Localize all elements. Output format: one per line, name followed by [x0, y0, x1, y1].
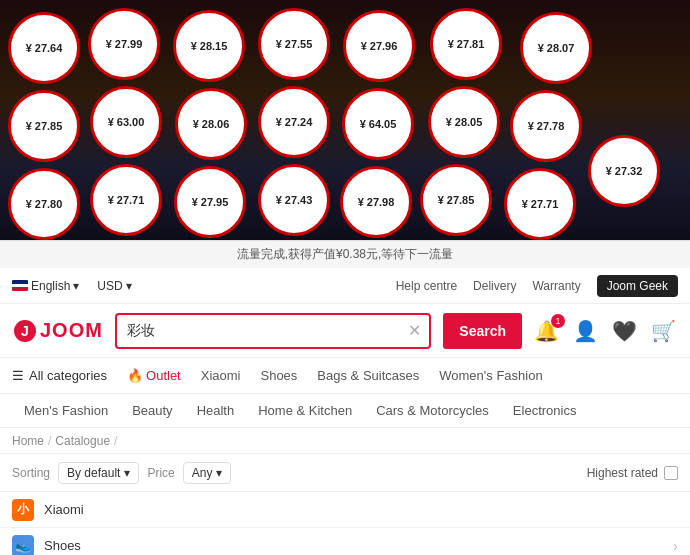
- price-circle: ¥ 28.07: [520, 12, 592, 84]
- shoes-name: Shoes: [44, 538, 673, 553]
- price-chevron: ▾: [216, 466, 222, 480]
- search-bar: J JOOM ✕ Search 🔔 1 👤 🖤 🛒: [0, 304, 690, 358]
- xiaomi-name: Xiaomi: [44, 502, 678, 517]
- price-circle: ¥ 28.06: [175, 88, 247, 160]
- category-bags-suitcases[interactable]: Bags & Suitcases: [307, 368, 429, 383]
- outlet-fire-icon: 🔥: [127, 368, 143, 383]
- price-circle: ¥ 28.15: [173, 10, 245, 82]
- filter-bar: Sorting By default ▾ Price Any ▾ Highest…: [0, 454, 690, 492]
- category-xiaomi[interactable]: Xiaomi: [191, 368, 251, 383]
- all-categories-button[interactable]: ☰ All categories: [12, 368, 117, 383]
- price-value: Any: [192, 466, 213, 480]
- breadcrumb-sep-2: /: [114, 434, 117, 448]
- price-circles-section: ¥ 27.64¥ 27.99¥ 28.15¥ 27.55¥ 27.96¥ 27.…: [0, 0, 690, 240]
- price-label: Price: [147, 466, 174, 480]
- shoes-logo: 👟: [12, 535, 34, 556]
- price-circle: ¥ 27.85: [8, 90, 80, 162]
- logo-icon: J: [14, 320, 36, 342]
- price-dropdown[interactable]: Any ▾: [183, 462, 232, 484]
- shoes-logo-icon: 👟: [15, 538, 31, 553]
- hamburger-icon: ☰: [12, 368, 24, 383]
- search-clear-button[interactable]: ✕: [400, 321, 429, 340]
- breadcrumb-sep-1: /: [48, 434, 51, 448]
- sorting-chevron: ▾: [124, 466, 130, 480]
- joom-geek-button[interactable]: Joom Geek: [597, 275, 678, 297]
- search-input-wrapper: ✕: [115, 313, 431, 349]
- price-circle: ¥ 64.05: [342, 88, 414, 160]
- price-circle: ¥ 27.64: [8, 12, 80, 84]
- notification-badge: 1: [551, 314, 565, 328]
- header-icons: 🔔 1 👤 🖤 🛒: [534, 319, 676, 343]
- warranty-link[interactable]: Warranty: [532, 279, 580, 293]
- logo[interactable]: J JOOM: [14, 319, 103, 342]
- price-circle: ¥ 27.80: [8, 168, 80, 240]
- subcat-cars-motorcycles[interactable]: Cars & Motorcycles: [364, 403, 501, 418]
- sorting-label: Sorting: [12, 466, 50, 480]
- highest-rated-checkbox[interactable]: [664, 466, 678, 480]
- categories-bar: ☰ All categories 🔥 Outlet Xiaomi Shoes B…: [0, 358, 690, 394]
- flag-icon: [12, 280, 28, 291]
- highest-rated-section: Highest rated: [587, 466, 678, 480]
- currency-selector[interactable]: USD ▾: [97, 279, 131, 293]
- subcat-home-kitchen[interactable]: Home & Kitchen: [246, 403, 364, 418]
- price-circle: ¥ 28.05: [428, 86, 500, 158]
- category-shoes[interactable]: Shoes: [250, 368, 307, 383]
- sidebar-item-xiaomi[interactable]: 小 Xiaomi: [0, 492, 690, 528]
- language-label: English: [31, 279, 70, 293]
- subcat-beauty[interactable]: Beauty: [120, 403, 184, 418]
- price-circle: ¥ 27.98: [340, 166, 412, 238]
- xiaomi-logo: 小: [12, 499, 34, 521]
- sub-categories-bar: Men's Fashion Beauty Health Home & Kitch…: [0, 394, 690, 428]
- breadcrumb-home[interactable]: Home: [12, 434, 44, 448]
- subcat-mens-fashion[interactable]: Men's Fashion: [12, 403, 120, 418]
- all-categories-label: All categories: [29, 368, 107, 383]
- lang-chevron: ▾: [73, 279, 79, 293]
- sidebar-list: 小 Xiaomi 👟 Shoes ›: [0, 492, 690, 555]
- favorites-button[interactable]: 🖤: [612, 319, 637, 343]
- sorting-dropdown[interactable]: By default ▾: [58, 462, 139, 484]
- sorting-value: By default: [67, 466, 120, 480]
- help-centre-link[interactable]: Help centre: [396, 279, 457, 293]
- logo-text: JOOM: [40, 319, 103, 342]
- banner-text: 流量完成,获得产值¥0.38元,等待下一流量: [237, 246, 454, 263]
- price-circle: ¥ 27.43: [258, 164, 330, 236]
- outlet-label: Outlet: [146, 368, 181, 383]
- price-circle: ¥ 27.78: [510, 90, 582, 162]
- subcat-electronics[interactable]: Electronics: [501, 403, 589, 418]
- currency-chevron: ▾: [126, 279, 132, 293]
- xiaomi-logo-text: 小: [17, 501, 29, 518]
- account-button[interactable]: 👤: [573, 319, 598, 343]
- price-circle: ¥ 27.24: [258, 86, 330, 158]
- nav-links: Help centre Delivery Warranty Joom Geek: [396, 275, 678, 297]
- sidebar-item-shoes[interactable]: 👟 Shoes ›: [0, 528, 690, 555]
- price-circle: ¥ 27.32: [588, 135, 660, 207]
- subcat-health[interactable]: Health: [185, 403, 247, 418]
- highest-rated-label: Highest rated: [587, 466, 658, 480]
- price-circle: ¥ 27.71: [90, 164, 162, 236]
- notifications-button[interactable]: 🔔 1: [534, 319, 559, 343]
- price-circle: ¥ 27.95: [174, 166, 246, 238]
- price-circle: ¥ 27.81: [430, 8, 502, 80]
- category-womens-fashion[interactable]: Women's Fashion: [429, 368, 552, 383]
- price-circle: ¥ 27.55: [258, 8, 330, 80]
- nav-bar: English ▾ USD ▾ Help centre Delivery War…: [0, 268, 690, 304]
- breadcrumb-catalogue[interactable]: Catalogue: [55, 434, 110, 448]
- currency-label: USD: [97, 279, 122, 293]
- category-outlet[interactable]: 🔥 Outlet: [117, 368, 191, 383]
- price-circle: ¥ 63.00: [90, 86, 162, 158]
- language-selector[interactable]: English ▾: [12, 279, 79, 293]
- search-input[interactable]: [117, 323, 400, 339]
- price-circle: ¥ 27.85: [420, 164, 492, 236]
- circles-container: ¥ 27.64¥ 27.99¥ 28.15¥ 27.55¥ 27.96¥ 27.…: [0, 0, 690, 240]
- price-circle: ¥ 27.96: [343, 10, 415, 82]
- search-button[interactable]: Search: [443, 313, 522, 349]
- price-circle: ¥ 27.99: [88, 8, 160, 80]
- breadcrumb: Home / Catalogue /: [0, 428, 690, 454]
- banner-strip: 流量完成,获得产值¥0.38元,等待下一流量: [0, 240, 690, 268]
- shoes-arrow-icon: ›: [673, 538, 678, 554]
- delivery-link[interactable]: Delivery: [473, 279, 516, 293]
- price-circle: ¥ 27.71: [504, 168, 576, 240]
- cart-button[interactable]: 🛒: [651, 319, 676, 343]
